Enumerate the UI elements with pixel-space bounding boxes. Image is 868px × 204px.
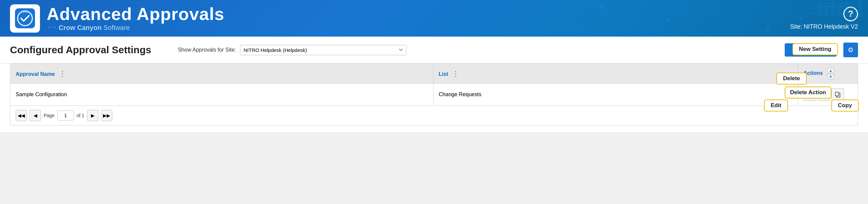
tooltip-new-setting: New Setting [793, 43, 838, 55]
svg-point-16 [767, 29, 769, 31]
site-filter-label: Show Approvals for Site: [178, 47, 236, 53]
approvals-table: Approval Name ⋮ List ⋮ Actions ▲ ▼ [10, 64, 858, 106]
site-filter: Show Approvals for Site: NITRO Helpdesk … [178, 45, 406, 55]
page-label: Page [44, 113, 55, 118]
col-actions: Actions ▲ ▼ [798, 64, 858, 83]
list-cell: Change Requests [433, 83, 798, 106]
app-title: Advanced Approvals [46, 5, 224, 23]
pagination: ◀◀ ◀ Page of 1 ▶ ▶▶ [10, 106, 858, 126]
list-drag-icon[interactable]: ⋮ [450, 70, 459, 77]
page-title: Configured Approval Settings [10, 44, 151, 56]
svg-rect-28 [835, 92, 839, 96]
header: Advanced Approvals Crow Canyon Software … [0, 0, 868, 37]
header-title-block: Advanced Approvals Crow Canyon Software [46, 5, 224, 32]
header-right: ? Site: NITRO Helpdesk V2 [790, 7, 858, 30]
last-page-button[interactable]: ▶▶ [101, 110, 112, 121]
site-select[interactable]: NITRO Helpdesk (Helpdesk) [240, 45, 406, 55]
help-button[interactable]: ? [843, 7, 858, 21]
svg-point-14 [600, 5, 603, 8]
page-of-label: of 1 [76, 113, 84, 118]
logo-icon [15, 8, 35, 28]
svg-point-15 [667, 19, 670, 21]
crow-canyon-wings-icon [46, 25, 57, 31]
settings-button[interactable]: ⚙ [843, 43, 858, 57]
copy-button[interactable] [831, 88, 844, 101]
site-label: Site: NITRO Helpdesk V2 [790, 23, 858, 30]
table-row: Sample Configuration Change Requests ✕ [10, 83, 858, 106]
brand-name: Crow Canyon Software [59, 24, 130, 32]
brand-name-crow: Crow Canyon [59, 24, 102, 31]
prev-page-button[interactable]: ◀ [30, 110, 41, 121]
approval-name-drag-icon[interactable]: ⋮ [56, 70, 66, 77]
tooltip-delete: Delete [776, 73, 807, 84]
app-subtitle: Crow Canyon Software [46, 24, 224, 32]
next-page-button[interactable]: ▶ [87, 110, 98, 121]
first-page-button[interactable]: ◀◀ [16, 110, 27, 121]
brand-name-software: Software [103, 24, 130, 31]
approval-name-cell: Sample Configuration [10, 83, 434, 106]
scroll-up-btn[interactable]: ▲ [827, 68, 834, 73]
logo-box [10, 4, 40, 33]
scroll-down-btn[interactable]: ▼ [827, 74, 834, 79]
table-header-row: Approval Name ⋮ List ⋮ Actions ▲ ▼ [10, 64, 858, 83]
col-approval-name: Approval Name ⋮ [10, 64, 434, 83]
col-list: List ⋮ [433, 64, 798, 83]
table-area: Approval Name ⋮ List ⋮ Actions ▲ ▼ [0, 64, 868, 132]
tooltip-edit: Edit [764, 100, 788, 111]
svg-rect-24 [858, 0, 862, 16]
page-input[interactable] [57, 110, 74, 121]
tooltip-copy: Copy [831, 100, 859, 111]
tooltip-delete-action: Delete Action [785, 87, 831, 99]
top-bar: Configured Approval Settings Show Approv… [0, 37, 868, 64]
